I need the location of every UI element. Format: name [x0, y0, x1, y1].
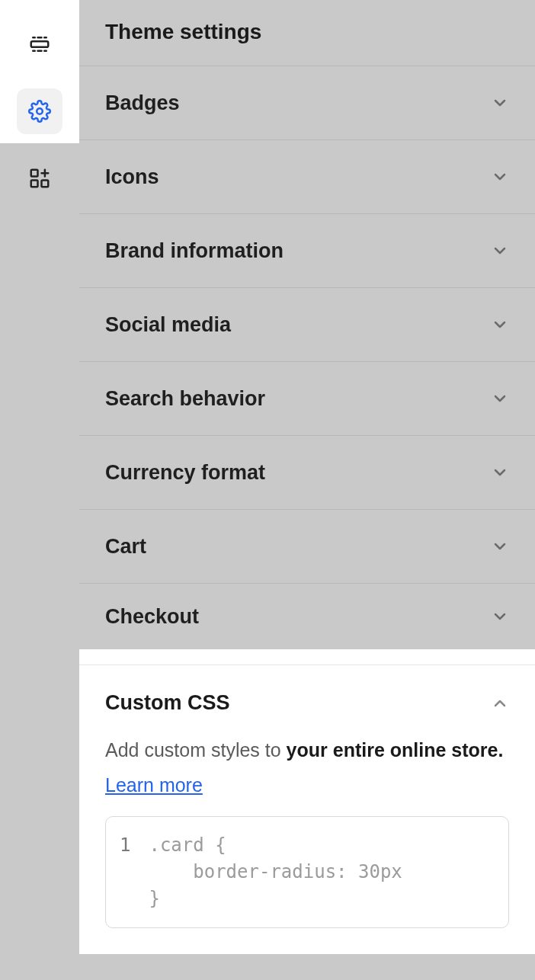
section-label: Checkout	[105, 605, 199, 629]
chevron-down-icon	[491, 389, 509, 408]
gear-icon	[28, 100, 51, 123]
section-currency-format[interactable]: Currency format	[79, 435, 535, 509]
svg-rect-4	[42, 181, 49, 187]
chevron-up-icon	[491, 694, 509, 713]
panel-title: Theme settings	[79, 0, 535, 66]
sections-icon	[28, 33, 51, 56]
desc-prefix: Add custom styles to	[105, 739, 287, 761]
section-label: Custom CSS	[105, 691, 230, 715]
learn-more-link[interactable]: Learn more	[105, 774, 203, 796]
chevron-down-icon	[491, 537, 509, 556]
section-label: Search behavior	[105, 387, 265, 411]
chevron-down-icon	[491, 94, 509, 112]
section-label: Brand information	[105, 239, 284, 263]
sidebar-sections-button[interactable]	[17, 21, 62, 67]
section-cart[interactable]: Cart	[79, 509, 535, 583]
chevron-down-icon	[491, 242, 509, 260]
sidebar-rail-lower	[0, 143, 79, 201]
sidebar-settings-button[interactable]	[17, 88, 62, 134]
chevron-down-icon	[491, 315, 509, 334]
section-label: Social media	[105, 313, 231, 337]
section-social-media[interactable]: Social media	[79, 287, 535, 361]
custom-css-description: Add custom styles to your entire online …	[105, 736, 509, 764]
code-content: .card { border-radius: 30px }	[149, 832, 402, 911]
desc-bold: your entire online store.	[287, 739, 504, 761]
section-badges[interactable]: Badges	[79, 66, 535, 139]
section-label: Badges	[105, 91, 180, 115]
section-checkout[interactable]: Checkout	[79, 583, 535, 649]
sidebar-rail	[0, 0, 79, 143]
section-label: Currency format	[105, 461, 265, 485]
section-brand-information[interactable]: Brand information	[79, 213, 535, 287]
line-number: 1	[120, 832, 130, 911]
section-search-behavior[interactable]: Search behavior	[79, 361, 535, 435]
custom-css-header[interactable]: Custom CSS	[105, 691, 509, 715]
svg-rect-0	[31, 41, 49, 47]
section-icons[interactable]: Icons	[79, 139, 535, 213]
section-label: Cart	[105, 535, 146, 559]
apps-icon	[28, 167, 51, 190]
sidebar-apps-button[interactable]	[17, 155, 62, 201]
section-label: Icons	[105, 165, 159, 189]
settings-panel: Theme settings Badges Icons Brand inform…	[79, 0, 535, 980]
section-custom-css: Custom CSS Add custom styles to your ent…	[79, 665, 535, 954]
chevron-down-icon	[491, 607, 509, 626]
chevron-down-icon	[491, 168, 509, 186]
custom-css-editor[interactable]: 1 .card { border-radius: 30px }	[105, 816, 509, 927]
svg-point-1	[37, 108, 43, 114]
svg-rect-3	[31, 181, 38, 187]
svg-rect-2	[31, 170, 38, 177]
chevron-down-icon	[491, 463, 509, 482]
